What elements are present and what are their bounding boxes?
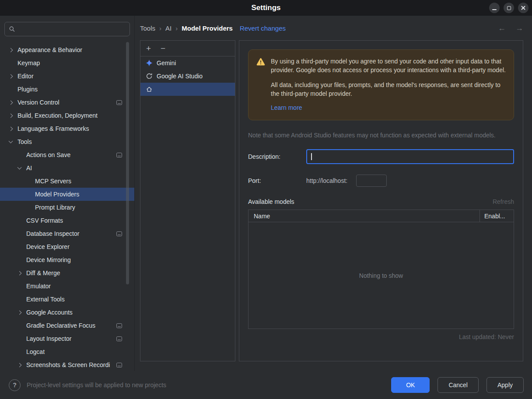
- port-label: Port:: [248, 177, 306, 184]
- port-row: Port: http://localhost:: [248, 175, 514, 187]
- sidebar-item-layout-inspector[interactable]: Layout Inspector: [0, 332, 134, 345]
- sidebar-item-appearance-behavior[interactable]: Appearance & Behavior: [0, 43, 134, 56]
- chevron-right-icon[interactable]: [17, 364, 25, 367]
- providers-list: GeminiGoogle AI Studio: [140, 56, 235, 96]
- warning-paragraph: By using a third-party model you agree t…: [271, 57, 506, 74]
- minimize-icon: [492, 9, 497, 10]
- sidebar-item-label: Gradle Declarative Focus: [26, 322, 95, 329]
- search-box[interactable]: [4, 22, 130, 36]
- column-header-enabled[interactable]: Enabl...: [480, 210, 514, 222]
- cancel-button[interactable]: Cancel: [438, 377, 479, 393]
- port-input[interactable]: [356, 175, 387, 187]
- sidebar-item-gradle-declarative-focus[interactable]: Gradle Declarative Focus: [0, 319, 134, 332]
- sidebar-item-device-mirroring[interactable]: Device Mirroring: [0, 253, 134, 266]
- sidebar-item-editor[interactable]: Editor: [0, 70, 134, 83]
- text-caret: [311, 153, 312, 160]
- help-button[interactable]: ?: [9, 379, 21, 391]
- chevron-right-icon[interactable]: [17, 272, 25, 275]
- sidebar-item-google-accounts[interactable]: Google Accounts: [0, 306, 134, 319]
- forward-arrow-icon[interactable]: →: [515, 24, 523, 33]
- chevron-right-icon[interactable]: [8, 114, 17, 117]
- learn-more-link[interactable]: Learn more: [271, 103, 302, 112]
- provider-item-new-provider[interactable]: [140, 83, 235, 96]
- sidebar-item-tools[interactable]: Tools: [0, 135, 134, 148]
- sidebar-item-database-inspector[interactable]: Database Inspector: [0, 227, 134, 240]
- apply-button[interactable]: Apply: [486, 377, 524, 393]
- description-input[interactable]: [306, 149, 514, 164]
- chevron-right-icon[interactable]: [8, 127, 17, 130]
- settings-dialog-body: Appearance & BehaviorKeymapEditorPlugins…: [0, 16, 532, 371]
- sidebar-item-label: Layout Inspector: [26, 335, 72, 342]
- sidebar-item-logcat[interactable]: Logcat: [0, 345, 134, 358]
- titlebar: Settings: [0, 0, 532, 16]
- last-updated-label: Last updated: Never: [248, 333, 514, 340]
- sidebar-item-prompt-library[interactable]: Prompt Library: [0, 201, 134, 214]
- shared-settings-icon: [116, 336, 122, 341]
- provider-item-label: Gemini: [157, 60, 176, 66]
- sidebar: Appearance & BehaviorKeymapEditorPlugins…: [0, 16, 135, 371]
- sidebar-scrollbar[interactable]: [126, 42, 129, 284]
- chevron-down-icon[interactable]: [17, 167, 25, 169]
- chevron-down-icon[interactable]: [8, 141, 17, 143]
- breadcrumb-item-ai[interactable]: AI: [165, 24, 172, 32]
- footer-note: Project-level settings will be applied t…: [27, 382, 166, 388]
- refresh-link[interactable]: Refresh: [493, 198, 514, 205]
- footer-buttons: OK Cancel Apply: [391, 377, 524, 393]
- chevron-right-icon[interactable]: [8, 49, 17, 52]
- warning-text: By using a third-party model you agree t…: [271, 57, 506, 112]
- add-provider-button[interactable]: +: [146, 44, 151, 52]
- provider-item-google-ai-studio[interactable]: Google AI Studio: [140, 70, 235, 83]
- sidebar-item-label: Tools: [18, 138, 32, 145]
- sidebar-item-label: Keymap: [18, 60, 40, 66]
- sidebar-item-languages-frameworks[interactable]: Languages & Frameworks: [0, 122, 134, 135]
- sidebar-item-actions-on-save[interactable]: Actions on Save: [0, 148, 134, 161]
- breadcrumb-item-model-providers: Model Providers: [182, 24, 233, 32]
- breadcrumb-item-tools[interactable]: Tools: [140, 24, 155, 32]
- column-header-name[interactable]: Name: [248, 210, 480, 222]
- sidebar-item-model-providers[interactable]: Model Providers: [0, 188, 134, 201]
- models-table-body: Nothing to show: [248, 222, 514, 329]
- warning-icon: [256, 58, 265, 66]
- sidebar-item-diff-merge[interactable]: Diff & Merge: [0, 266, 134, 280]
- provider-item-gemini[interactable]: Gemini: [140, 56, 235, 70]
- sidebar-item-label: Device Explorer: [26, 243, 70, 250]
- sidebar-item-csv-formats[interactable]: CSV Formats: [0, 214, 134, 227]
- chevron-right-icon[interactable]: [17, 311, 25, 314]
- gemini-icon: [146, 60, 153, 66]
- shared-settings-icon: [116, 363, 122, 368]
- history-nav: ← →: [498, 24, 523, 33]
- external-models-note: Note that some Android Studio features m…: [248, 132, 514, 139]
- sidebar-item-mcp-servers[interactable]: MCP Servers: [0, 175, 134, 188]
- sidebar-item-build-execution-deployment[interactable]: Build, Execution, Deployment: [0, 109, 134, 122]
- sidebar-item-device-explorer[interactable]: Device Explorer: [0, 240, 134, 253]
- minimize-button[interactable]: [489, 3, 500, 13]
- sidebar-item-emulator[interactable]: Emulator: [0, 280, 134, 293]
- sidebar-item-label: Database Inspector: [26, 230, 79, 237]
- sidebar-item-label: Languages & Frameworks: [18, 125, 89, 132]
- back-arrow-icon[interactable]: ←: [498, 24, 506, 33]
- maximize-icon: [507, 6, 511, 10]
- sidebar-item-screenshots-screen-recordi[interactable]: Screenshots & Screen Recordi: [0, 358, 134, 371]
- sidebar-item-version-control[interactable]: Version Control: [0, 96, 134, 109]
- description-row: Description:: [248, 149, 514, 164]
- provider-item-label: Google AI Studio: [157, 73, 203, 80]
- models-table-header: Name Enabl...: [248, 210, 514, 222]
- sidebar-item-plugins[interactable]: Plugins: [0, 83, 134, 96]
- sidebar-item-external-tools[interactable]: External Tools: [0, 293, 134, 306]
- revert-changes-link[interactable]: Revert changes: [240, 24, 286, 32]
- close-button[interactable]: [518, 3, 528, 13]
- remove-provider-button[interactable]: −: [161, 44, 165, 52]
- maximize-button[interactable]: [504, 3, 514, 13]
- sidebar-item-label: External Tools: [26, 296, 65, 303]
- sidebar-item-keymap[interactable]: Keymap: [0, 56, 134, 70]
- sidebar-item-ai[interactable]: AI: [0, 161, 134, 175]
- provider-details-panel: By using a third-party model you agree t…: [239, 40, 523, 361]
- sidebar-item-label: Logcat: [26, 348, 45, 355]
- available-models-label: Available models: [248, 198, 294, 205]
- search-input[interactable]: [18, 26, 126, 33]
- chevron-right-icon[interactable]: [8, 101, 17, 104]
- chevron-right-icon[interactable]: [8, 75, 17, 78]
- settings-tree: Appearance & BehaviorKeymapEditorPlugins…: [0, 36, 134, 371]
- ok-button[interactable]: OK: [391, 377, 430, 393]
- sidebar-item-label: Appearance & Behavior: [18, 46, 82, 53]
